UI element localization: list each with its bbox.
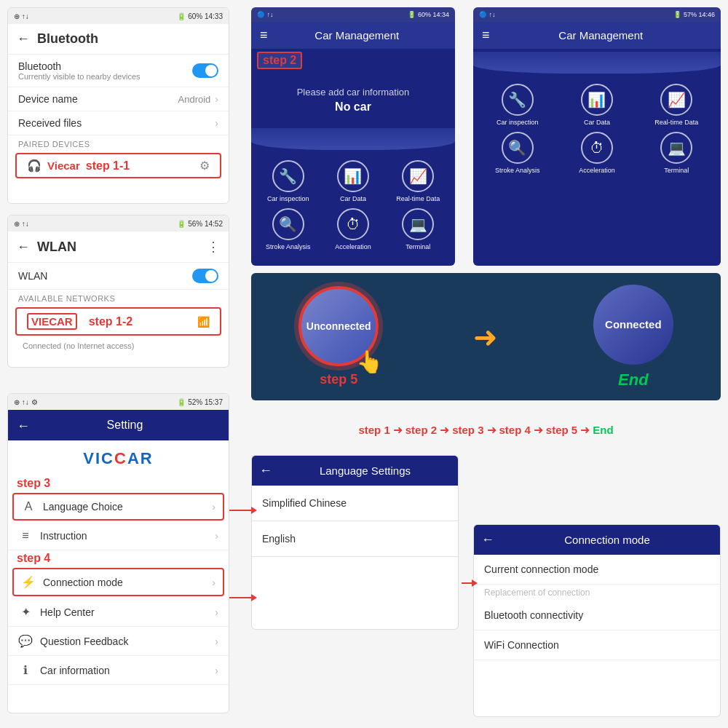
flow-step5: step 5 bbox=[546, 424, 577, 436]
language-choice-item[interactable]: A Language Choice › bbox=[12, 493, 224, 521]
cm-right-menu-icon[interactable]: ≡ bbox=[482, 28, 490, 43]
r-realtime-data-item[interactable]: 📈 Real-time Data bbox=[640, 84, 713, 126]
r-realtime-data-circle: 📈 bbox=[660, 84, 692, 116]
cm-right-status-r: 🔋 57% 14:46 bbox=[673, 11, 715, 18]
r-car-data-circle: 📊 bbox=[581, 84, 613, 116]
bluetooth-connectivity-label: Bluetooth connectivity bbox=[484, 609, 583, 621]
r-acceleration-label: Acceleration bbox=[579, 167, 615, 174]
help-icon: ✦ bbox=[18, 605, 33, 619]
conn-mode-icon: ⚡ bbox=[21, 575, 36, 589]
english-label: English bbox=[262, 533, 296, 545]
replacement-connection-item: Replacement of connection bbox=[474, 585, 720, 601]
cm-left-menu-icon[interactable]: ≡ bbox=[260, 28, 268, 43]
bt-status-left: ⊕ ↑↓ bbox=[14, 12, 29, 20]
lang-title: Language Settings bbox=[280, 464, 451, 477]
wifi-connection-label: WiFi Connection bbox=[484, 639, 559, 651]
viecar-logo: VICCAR bbox=[8, 440, 229, 477]
car-mgmt-right-screen: 🔵 ↑↓ 🔋 57% 14:46 ≡ Car Management 🔧 Car … bbox=[473, 7, 721, 266]
bt-row-receivedfiles[interactable]: Received files › bbox=[8, 111, 229, 135]
end-annotation: End bbox=[618, 371, 649, 389]
conn-mode-label: Connection mode bbox=[43, 577, 123, 588]
car-mgmt-left-screen: 🔵 ↑↓ 🔋 60% 14:34 ≡ Car Management step 2… bbox=[251, 7, 455, 266]
step4-annotation: step 4 bbox=[8, 550, 229, 566]
r-car-inspection-circle: 🔧 bbox=[502, 84, 534, 116]
gear-icon[interactable]: ⚙ bbox=[199, 159, 210, 173]
bluetooth-connectivity-item[interactable]: Bluetooth connectivity bbox=[474, 601, 720, 630]
wlan-toggle[interactable] bbox=[192, 269, 218, 283]
more-icon[interactable]: ⋮ bbox=[207, 239, 220, 255]
connect-section: Unconnected 👆 step 5 ➜ Connected End bbox=[251, 273, 721, 400]
car-info-label: Car information bbox=[40, 665, 110, 676]
car-info-item[interactable]: ℹ Car information › bbox=[8, 656, 229, 685]
instruction-item[interactable]: ≡ Instruction › bbox=[8, 522, 229, 550]
cm-right-title: Car Management bbox=[490, 29, 712, 41]
wlan-label: WLAN bbox=[18, 270, 47, 282]
terminal-icon-item[interactable]: 💻 Terminal bbox=[389, 208, 448, 250]
conn-back-icon[interactable]: ← bbox=[481, 532, 494, 547]
viecar-network-name: VIECAR bbox=[27, 313, 77, 330]
wlan-toggle-row: WLAN bbox=[8, 263, 229, 290]
r-car-data-item[interactable]: 📊 Car Data bbox=[560, 84, 633, 126]
lang-back-icon[interactable]: ← bbox=[259, 463, 272, 478]
flow-step3: step 3 bbox=[452, 424, 483, 436]
car-inspection-icon-item[interactable]: 🔧 Car inspection bbox=[258, 160, 317, 202]
lang-chevron: › bbox=[212, 501, 215, 513]
replacement-label: Replacement of connection bbox=[484, 587, 590, 598]
r-acceleration-item[interactable]: ⏱ Acceleration bbox=[560, 132, 633, 174]
cm-left-status-l: 🔵 ↑↓ bbox=[257, 11, 274, 18]
simplified-chinese-item[interactable]: Simplified Chinese bbox=[252, 486, 458, 521]
r-terminal-circle: 💻 bbox=[660, 132, 692, 164]
viecar-network-row[interactable]: VIECAR step 1-2 📶 bbox=[15, 307, 221, 336]
settings-title: Setting bbox=[107, 419, 143, 431]
cm-right-icons-grid: 🔧 Car inspection 📊 Car Data 📈 Real-time … bbox=[473, 76, 721, 181]
settings-back-icon[interactable]: ← bbox=[17, 419, 30, 434]
acceleration-icon-item[interactable]: ⏱ Acceleration bbox=[323, 208, 382, 250]
bt-row-bluetooth: Bluetooth Currently visible to nearby de… bbox=[8, 55, 229, 87]
bt-back-icon[interactable]: ← bbox=[17, 31, 30, 47]
car-data-label: Car Data bbox=[340, 195, 366, 202]
r-terminal-item[interactable]: 💻 Terminal bbox=[640, 132, 713, 174]
realtime-data-label: Real-time Data bbox=[396, 195, 440, 202]
wifi-connection-item[interactable]: WiFi Connection bbox=[474, 630, 720, 660]
unconnected-button[interactable]: Unconnected 👆 bbox=[298, 286, 379, 366]
r-stroke-analysis-item[interactable]: 🔍 Stroke Analysis bbox=[480, 132, 554, 174]
cm-left-status-r: 🔋 60% 14:34 bbox=[408, 11, 449, 18]
wlan-screen: ⊕ ↑↓ 🔋 56% 14:52 ← WLAN ⋮ WLAN AVAILABLE… bbox=[7, 215, 229, 368]
chevron-icon: › bbox=[215, 93, 218, 105]
help-center-item[interactable]: ✦ Help Center › bbox=[8, 598, 229, 627]
help-chevron: › bbox=[215, 606, 218, 618]
settings-statusbar: ⊕ ↑↓ ⚙ 🔋 52% 15:37 bbox=[8, 394, 229, 410]
connection-mode-item[interactable]: ⚡ Connection mode › bbox=[12, 568, 224, 596]
terminal-circle: 💻 bbox=[402, 208, 434, 240]
wlan-status-right: 🔋 56% 14:52 bbox=[177, 220, 223, 228]
bt-statusbar: ⊕ ↑↓ 🔋 60% 14:33 bbox=[8, 8, 229, 24]
lang-header: ← Language Settings bbox=[252, 456, 458, 486]
bluetooth-screen: ⊕ ↑↓ 🔋 60% 14:33 ← Bluetooth Bluetooth C… bbox=[7, 7, 229, 204]
realtime-data-circle: 📈 bbox=[402, 160, 434, 192]
bt-toggle[interactable] bbox=[192, 63, 218, 78]
right-arrow-icon: ➜ bbox=[473, 320, 498, 354]
bt-row-devicename[interactable]: Device name Android › bbox=[8, 87, 229, 111]
stroke-analysis-icon-item[interactable]: 🔍 Stroke Analysis bbox=[258, 208, 317, 250]
car-data-icon-item[interactable]: 📊 Car Data bbox=[323, 160, 382, 202]
viecar-logo-accent: C bbox=[114, 449, 127, 467]
paired-device-name: Viecar bbox=[47, 159, 80, 172]
wifi-icon: 📶 bbox=[197, 316, 210, 328]
question-feedback-item[interactable]: 💬 Question Feedback › bbox=[8, 627, 229, 656]
realtime-data-icon-item[interactable]: 📈 Real-time Data bbox=[389, 160, 448, 202]
arrow1: ➜ bbox=[393, 423, 403, 437]
settings-status-left: ⊕ ↑↓ ⚙ bbox=[14, 398, 38, 406]
device-name-label: Device name bbox=[18, 93, 78, 105]
paired-device-row[interactable]: 🎧 Viecar step 1-1 ⚙ bbox=[15, 153, 221, 178]
r-car-inspection-item[interactable]: 🔧 Car inspection bbox=[480, 84, 554, 126]
lang-connector-arrow bbox=[251, 507, 257, 514]
conn-mode-chevron: › bbox=[212, 577, 215, 588]
received-files-label: Received files bbox=[18, 117, 82, 129]
car-inspection-label: Car inspection bbox=[267, 195, 309, 202]
no-car-text: No car bbox=[266, 100, 440, 114]
feedback-label: Question Feedback bbox=[40, 636, 128, 647]
language-choice-label: Language Choice bbox=[43, 501, 123, 513]
wlan-back-icon[interactable]: ← bbox=[17, 240, 30, 255]
lang-to-conn-arrow bbox=[472, 579, 478, 587]
english-item[interactable]: English bbox=[252, 521, 458, 557]
